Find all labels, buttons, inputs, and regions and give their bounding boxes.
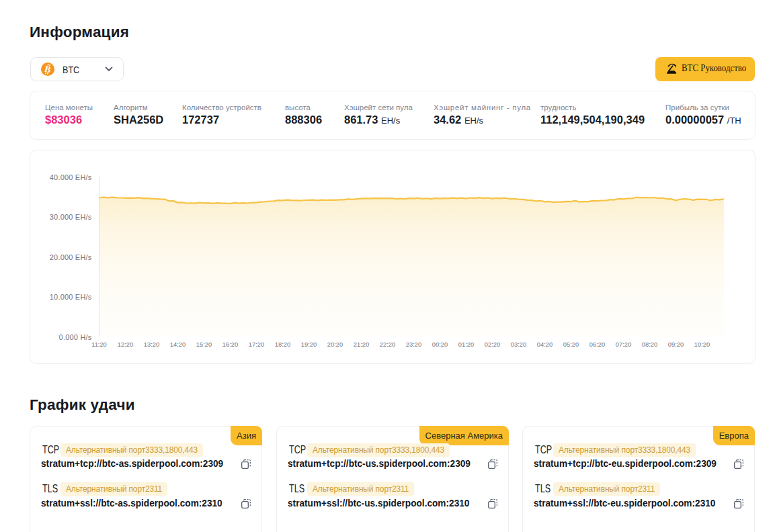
- svg-text:15:20: 15:20: [196, 341, 212, 348]
- svg-text:20:20: 20:20: [327, 341, 343, 348]
- svg-text:40.000 EH/s: 40.000 EH/s: [50, 173, 92, 181]
- svg-text:16:20: 16:20: [222, 341, 238, 348]
- svg-text:02:20: 02:20: [485, 341, 500, 348]
- svg-text:07:20: 07:20: [616, 341, 631, 348]
- svg-text:0.000 H/s: 0.000 H/s: [59, 333, 92, 341]
- svg-text:08:20: 08:20: [642, 341, 657, 348]
- svg-text:12:20: 12:20: [118, 341, 133, 348]
- svg-text:10.000 EH/s: 10.000 EH/s: [50, 293, 92, 301]
- svg-text:23:20: 23:20: [406, 341, 421, 348]
- svg-text:09:20: 09:20: [668, 341, 684, 348]
- svg-text:17:20: 17:20: [249, 341, 264, 348]
- svg-text:06:20: 06:20: [589, 341, 605, 348]
- svg-text:03:20: 03:20: [511, 341, 526, 348]
- svg-text:30.000 EH/s: 30.000 EH/s: [50, 213, 92, 221]
- svg-text:22:20: 22:20: [380, 341, 395, 348]
- svg-text:13:20: 13:20: [144, 341, 159, 348]
- svg-text:04:20: 04:20: [537, 341, 553, 348]
- svg-text:01:20: 01:20: [458, 341, 474, 348]
- svg-text:14:20: 14:20: [170, 341, 186, 348]
- svg-text:19:20: 19:20: [301, 341, 317, 348]
- svg-text:21:20: 21:20: [354, 341, 369, 348]
- svg-text:00:20: 00:20: [432, 341, 448, 348]
- svg-text:05:20: 05:20: [563, 341, 579, 348]
- svg-text:11:20: 11:20: [91, 341, 107, 348]
- svg-text:10:20: 10:20: [694, 341, 710, 348]
- svg-text:18:20: 18:20: [275, 341, 290, 348]
- svg-text:20.000 EH/s: 20.000 EH/s: [50, 253, 92, 261]
